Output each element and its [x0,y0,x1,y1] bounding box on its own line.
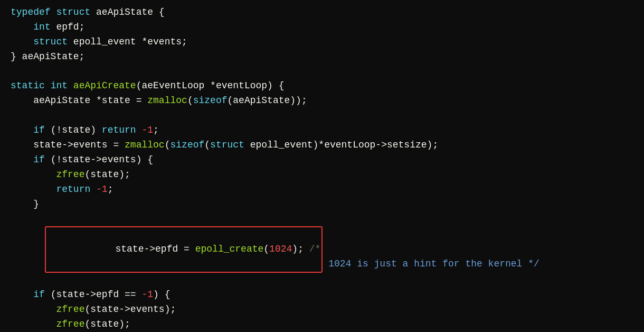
code-line-6: static int aeApiCreate(aeEventLoop *even… [11,79,633,94]
code-line-5 [11,64,633,79]
code-line-11: if (!state->events) { [11,153,633,168]
code-line-9: if (!state) return -1; [11,123,633,138]
code-editor: typedef struct aeApiState { int epfd; st… [0,0,644,332]
code-line-18: zfree(state); [11,317,633,332]
code-line-13: return -1; [11,182,633,197]
highlight-box: state->epfd = epoll_create(1024); /* [45,226,323,273]
code-line-7: aeApiState *state = zmalloc(sizeof(aeApi… [11,94,633,108]
code-line-15: state->epfd = epoll_create(1024); /* 102… [11,211,633,287]
code-line-3: struct epoll_event *events; [11,35,633,50]
code-line-17: zfree(state->events); [11,302,633,317]
code-line-10: state->events = zmalloc(sizeof(struct ep… [11,138,633,153]
code-line-4: } aeApiState; [11,50,633,64]
code-line-16: if (state->epfd == -1) { [11,288,633,302]
code-line-1: typedef struct aeApiState { [11,5,633,20]
code-line-8 [11,108,633,123]
code-line-2: int epfd; [11,20,633,35]
code-line-12: zfree(state); [11,168,633,182]
code-line-14: } [11,197,633,212]
